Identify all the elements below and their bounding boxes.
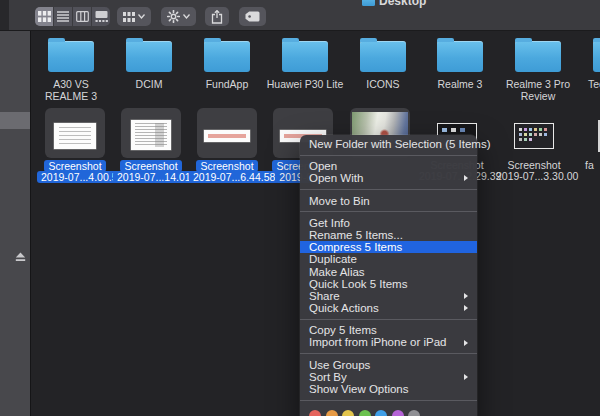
file-item[interactable]: fa [573, 108, 600, 188]
toolbar: Desktop [0, 0, 600, 31]
file-label-line2: 2019-07...4.00.57 [37, 171, 113, 183]
menu-item[interactable]: Move to Bin [300, 195, 477, 207]
folder-icon [515, 41, 561, 72]
folder-label: ICONS [343, 79, 423, 91]
window-title-text: Desktop [379, 0, 426, 8]
folder-label: A30 VS REALME 3 [31, 79, 111, 102]
menu-item[interactable]: Rename 5 Items... [300, 229, 477, 241]
sidebar-selected-item[interactable] [0, 112, 30, 129]
file-thumbnail [514, 123, 554, 149]
icon-view-button[interactable] [35, 7, 54, 26]
menu-item-label: Open With [309, 172, 363, 184]
file-item[interactable]: Screenshot2019-07...4.00.57 [37, 108, 113, 188]
folder-icon [360, 41, 406, 72]
menu-item[interactable]: New Folder with Selection (5 Items) [300, 138, 477, 150]
folder-item[interactable]: DCIM [109, 38, 189, 91]
file-item[interactable]: Screenshot2019-07...3.30.00 [496, 108, 572, 188]
folder-item[interactable]: A30 VS REALME 3 [31, 38, 111, 102]
tag-button[interactable] [239, 7, 266, 26]
menu-item-label: Quick Actions [309, 302, 379, 314]
tag-color-dot[interactable] [408, 410, 420, 416]
menu-item[interactable]: Import from iPhone or iPad [300, 336, 477, 348]
folder-item[interactable]: Realme 3 Pro Review [498, 38, 578, 102]
submenu-arrow-icon [464, 175, 468, 181]
toolbar-buttons [35, 7, 275, 26]
tag-color-dot[interactable] [326, 410, 338, 416]
tag-color-dot[interactable] [375, 410, 387, 416]
folder-label: FundApp [187, 79, 267, 91]
folder-item[interactable]: Tech [576, 38, 600, 91]
tag-icon [245, 11, 260, 22]
menu-item-label: Show View Options [309, 383, 409, 395]
file-label-line1: fa [573, 160, 600, 171]
eject-icon[interactable] [15, 248, 26, 266]
menu-item[interactable]: Duplicate [300, 253, 477, 265]
file-label-line2: 2019-07...6.44.58 [189, 171, 265, 183]
grid-view-icon [38, 11, 51, 22]
menu-item[interactable]: Open [300, 160, 477, 172]
tag-color-dot[interactable] [309, 410, 321, 416]
folder-icon [48, 41, 94, 72]
column-view-icon [76, 11, 89, 22]
menu-item-label: Get Info [309, 217, 350, 229]
menu-item[interactable]: Get Info [300, 217, 477, 229]
menu-item[interactable]: Use Groups [300, 359, 477, 371]
menu-item-label: Make Alias [309, 266, 365, 278]
tag-color-dot[interactable] [359, 410, 371, 416]
folder-icon [437, 41, 483, 72]
column-view-button[interactable] [73, 7, 92, 26]
list-view-icon [57, 11, 69, 22]
menu-item-label: Quick Look 5 Items [309, 278, 407, 290]
file-thumbnail [54, 123, 96, 149]
submenu-arrow-icon [464, 374, 468, 380]
file-label-line2: 2019-07...3.30.00 [496, 171, 572, 182]
menu-item-label: Move to Bin [309, 195, 370, 207]
file-thumbnail [131, 120, 171, 150]
file-thumbnail [204, 130, 250, 142]
folder-icon [282, 41, 328, 72]
chevron-down-icon [183, 14, 190, 19]
menu-item[interactable]: Make Alias [300, 266, 477, 278]
menu-item[interactable]: Quick Look 5 Items [300, 278, 477, 290]
file-item[interactable]: Screenshot2019-07...14.01.13 [113, 108, 189, 188]
folder-label: Tech [576, 79, 600, 91]
menu-separator [300, 211, 477, 212]
window-edge [0, 0, 9, 30]
menu-item[interactable]: Copy 5 Items [300, 324, 477, 336]
folder-label: DCIM [109, 79, 189, 91]
folder-item[interactable]: Huawei P30 Lite [265, 38, 345, 91]
list-view-button[interactable] [54, 7, 73, 26]
view-mode-switcher [35, 7, 110, 26]
gear-icon [167, 10, 180, 23]
file-label-line2: 2019-07...14.01.13 [113, 171, 189, 183]
gallery-view-icon [95, 11, 108, 22]
share-button[interactable] [205, 7, 229, 26]
menu-item-label: Rename 5 Items... [309, 229, 403, 241]
menu-item[interactable]: Sort By [300, 371, 477, 383]
folder-item[interactable]: FundApp [187, 38, 267, 91]
folder-icon [204, 41, 250, 72]
menu-item[interactable]: Compress 5 Items [300, 241, 477, 253]
gallery-view-button[interactable] [92, 7, 110, 26]
group-button[interactable] [117, 7, 151, 26]
action-button[interactable] [161, 7, 196, 26]
menu-item[interactable]: Quick Actions [300, 302, 477, 314]
menu-item[interactable]: Share [300, 290, 477, 302]
menu-item-label: Compress 5 Items [309, 241, 402, 253]
menu-item[interactable]: Show View Options [300, 383, 477, 395]
menu-item-label: Share [309, 290, 340, 302]
menu-separator [300, 189, 477, 190]
folder-item[interactable]: Realme 3 [420, 38, 500, 91]
group-icon [123, 12, 135, 22]
window-title: Desktop [362, 0, 426, 8]
menu-item[interactable]: Open With [300, 172, 477, 184]
menu-item-label: Sort By [309, 371, 347, 383]
file-item[interactable]: Screenshot2019-07...6.44.58 [189, 108, 265, 188]
folder-label: Realme 3 [420, 79, 500, 91]
submenu-arrow-icon [464, 293, 468, 299]
tag-color-dot[interactable] [342, 410, 354, 416]
tag-color-dot[interactable] [392, 410, 404, 416]
menu-item-label: Open [309, 160, 337, 172]
folder-item[interactable]: ICONS [343, 38, 423, 91]
submenu-arrow-icon [464, 340, 468, 346]
